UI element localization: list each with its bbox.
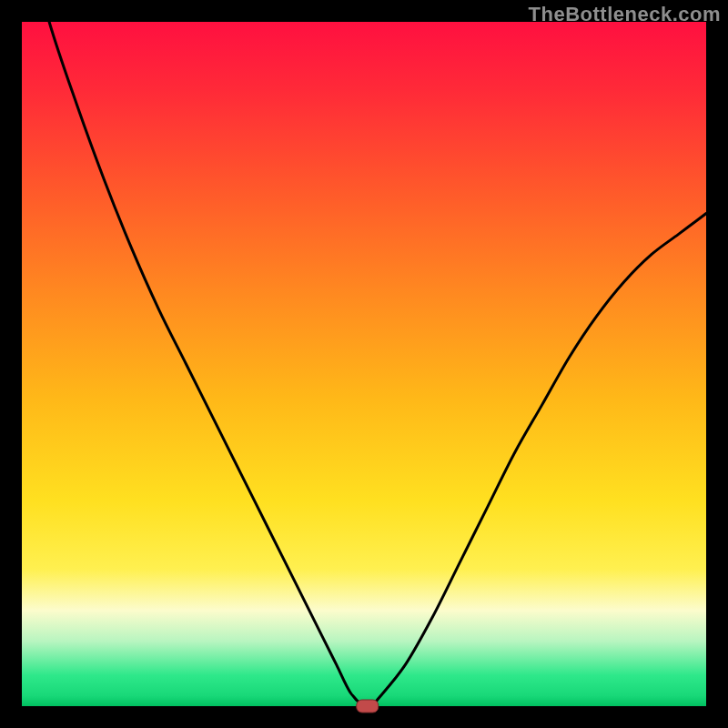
chart-container: { "watermark": "TheBottleneck.com", "col…	[0, 0, 728, 728]
bottleneck-chart-svg	[0, 0, 728, 728]
gradient-background	[22, 22, 706, 706]
optimal-marker	[357, 700, 379, 713]
watermark-text: TheBottleneck.com	[529, 3, 721, 26]
